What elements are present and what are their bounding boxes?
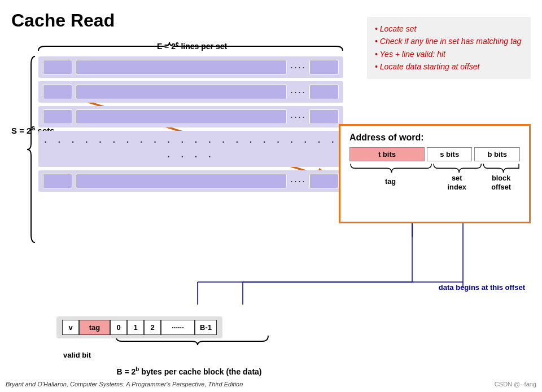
bullet-4: Locate data starting at offset [375,60,523,73]
valid-bit-label: valid bit [63,351,91,359]
cache-sets-container: ···· ···· ···· · · · · · · · · · · · · ·… [38,56,343,195]
svg-text:index: index [448,183,466,191]
cache-cell [76,60,287,74]
cache-set-row-1: ···· [38,56,343,78]
bullet-3: Yes + line valid: hit [375,48,523,60]
svg-text:offset: offset [491,183,511,191]
cache-cell [43,85,72,99]
svg-text:set: set [452,174,462,182]
footer: Bryant and O'Hallaron, Computer Systems:… [6,381,243,387]
dots: ···· [290,111,306,123]
cache-set-row-2: ···· [38,81,343,103]
cache-cell [43,174,72,188]
addr-brace-svg: tag set index block offset [349,162,520,193]
b-label: B = 2b bytes per cache block (the data) [113,366,265,376]
address-box-title: Address of word: [349,133,520,143]
bullet-1: Locate set [375,23,523,35]
dots: ···· [290,61,306,73]
b-bits-field: b bits [474,147,520,161]
dots-row: · · · · · · · · · · · · · · · · · · · · … [38,131,343,167]
info-box: Locate set Check if any line in set has … [367,17,531,79]
cache-cell [43,60,72,74]
dots: ···· [290,175,306,187]
svg-text:tag: tag [385,177,396,186]
dots: ···· [290,86,306,98]
cache-cell [76,174,287,188]
cache-set-row-last: ···· [38,170,343,192]
data-cell-1: 1 [127,320,144,335]
cache-cell [76,85,287,99]
cache-cell [76,109,287,124]
t-bits-field: t bits [349,147,425,161]
address-box: Address of word: t bits s bits b bits ta… [339,124,531,223]
bullet-2: Check if any line in set has matching ta… [375,35,523,47]
tag-cell: tag [79,320,110,335]
cache-cell [43,109,72,124]
data-cell-0: 0 [110,320,127,335]
offset-label: data begins at this offset [439,283,525,292]
cache-cell [309,85,339,99]
cache-cell [309,109,339,124]
data-cell-2: 2 [144,320,161,335]
data-cell-last: B-1 [195,320,217,335]
cache-cell [309,60,339,74]
s-bits-field: s bits [427,147,473,161]
watermark: CSDN @--fang [495,381,536,387]
v-cell: v [62,320,79,335]
data-dots: ······ [161,320,195,335]
page-title: Cache Read [11,10,115,31]
cache-set-row-3: ···· [38,106,343,127]
e-label: E = 2e lines per set [68,41,316,51]
data-block: v tag 0 1 2 ······ B-1 [56,316,222,338]
svg-text:block: block [492,174,511,182]
addr-fields: t bits s bits b bits [349,147,520,161]
cache-cell [309,174,339,188]
